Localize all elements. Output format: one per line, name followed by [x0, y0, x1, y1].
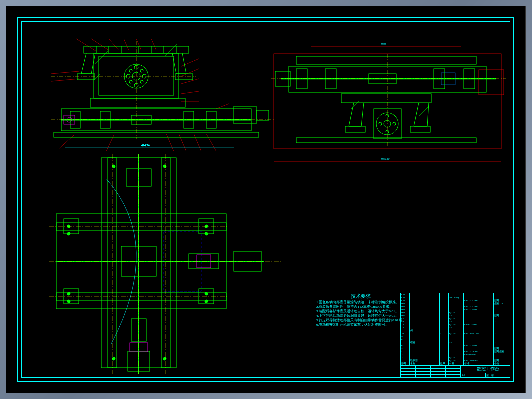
note-line: 2.总装后各部附件，应符合YJZ标准CB5000要求。: [316, 305, 406, 310]
svg-line-46: [172, 90, 179, 96]
svg-rect-129: [64, 219, 79, 234]
svg-point-139: [68, 300, 70, 303]
view-side-elevation: 960 965.20: [272, 29, 506, 169]
svg-point-38: [130, 80, 132, 84]
svg-point-138: [68, 292, 70, 296]
svg-rect-59: [54, 132, 259, 138]
note-line: 4.上下导轨活动部必须润滑良好，运转均匀大于0.01。: [316, 314, 406, 318]
svg-line-61: [66, 132, 72, 138]
svg-rect-50: [90, 98, 186, 108]
svg-line-79: [246, 132, 252, 138]
svg-line-63: [86, 132, 92, 138]
svg-line-9: [182, 92, 199, 94]
svg-line-74: [196, 132, 202, 138]
drawing-canvas[interactable]: 474.74 960 965.20: [22, 22, 510, 378]
svg-rect-102: [342, 94, 432, 103]
svg-text:965.20: 965.20: [382, 158, 390, 160]
title-block-main: …数控工作台 1:2 第 1 张: [401, 366, 510, 378]
svg-point-137: [205, 232, 208, 236]
svg-line-77: [226, 132, 232, 138]
svg-line-65: [106, 132, 112, 138]
view-front-elevation: 474.74: [36, 26, 276, 162]
svg-rect-95: [296, 56, 476, 64]
drawing-scale: 1:2: [462, 374, 486, 378]
title-block: C-1C-2ALCuMgC-3GB/T93-1987型号B-1规格110B-2G…: [400, 293, 510, 378]
drawing-sheet: 第 1 张: [486, 374, 510, 378]
svg-rect-48: [78, 74, 95, 80]
svg-line-11: [52, 72, 79, 74]
svg-point-144: [112, 358, 116, 360]
svg-point-109: [379, 122, 382, 126]
svg-line-42: [96, 52, 116, 72]
svg-line-44: [172, 52, 178, 56]
notes-title: 技术要求: [316, 293, 406, 300]
svg-text:960: 960: [382, 42, 386, 46]
svg-line-7: [182, 69, 199, 76]
note-line: 1.图色各动向部应尽量涂防锈油，未标注倒角按标准。: [316, 300, 406, 305]
svg-point-39: [140, 80, 144, 84]
svg-line-68: [136, 132, 142, 138]
svg-line-71: [166, 132, 172, 138]
svg-rect-49: [176, 74, 193, 80]
svg-line-118: [419, 102, 426, 109]
svg-point-140: [205, 292, 208, 296]
note-line: 5.行走双导轨活动部位只有制自由带动作需要运行0.01后。: [316, 318, 406, 323]
svg-point-110: [393, 122, 396, 126]
svg-rect-104: [410, 126, 430, 132]
svg-line-116: [352, 102, 359, 109]
svg-line-45: [165, 44, 178, 56]
svg-line-75: [206, 132, 212, 138]
technical-notes: 技术要求 1.图色各动向部应尽量涂防锈油，未标注倒角按标准。 2.总装后各部附件…: [316, 293, 406, 328]
svg-line-19: [216, 104, 229, 109]
svg-line-16: [206, 134, 216, 152]
svg-point-136: [205, 225, 208, 228]
svg-line-70: [156, 132, 162, 138]
svg-line-3: [124, 39, 129, 50]
svg-point-36: [130, 70, 132, 72]
svg-line-14: [179, 134, 186, 152]
svg-rect-90: [479, 70, 504, 95]
svg-rect-111: [374, 109, 402, 139]
note-line: 3.装配后各部件应灵活转动自如，运转均匀大于0.01。: [316, 310, 406, 314]
svg-point-135: [68, 232, 70, 236]
svg-line-73: [186, 132, 192, 138]
svg-rect-81: [256, 110, 269, 120]
svg-line-60: [56, 132, 62, 138]
svg-rect-131: [64, 289, 79, 304]
svg-point-142: [112, 165, 116, 168]
svg-point-141: [205, 300, 208, 303]
svg-line-1: [92, 39, 109, 50]
svg-line-67: [126, 132, 132, 138]
svg-point-134: [68, 225, 70, 228]
svg-line-15: [194, 134, 202, 152]
svg-line-12: [52, 79, 79, 82]
svg-line-66: [116, 132, 122, 138]
svg-line-69: [146, 132, 152, 138]
svg-rect-103: [346, 126, 366, 132]
drawing-title: …数控工作台: [462, 366, 510, 374]
svg-line-5: [152, 39, 156, 50]
svg-point-37: [140, 70, 144, 72]
bom-table: C-1C-2ALCuMgC-3GB/T93-1987型号B-1规格110B-2G…: [401, 294, 510, 362]
svg-line-13: [166, 134, 174, 152]
svg-line-119: [419, 106, 429, 116]
cad-viewer[interactable]: 474.74 960 965.20: [6, 6, 526, 394]
svg-line-62: [76, 132, 82, 138]
svg-line-0: [76, 39, 96, 52]
svg-line-78: [236, 132, 242, 138]
note-line: 6.电动机安装时开机调节试车，达到对准即可。: [316, 323, 406, 328]
svg-text:474.74: 474.74: [142, 144, 150, 147]
svg-line-2: [109, 39, 119, 50]
svg-line-76: [216, 132, 222, 138]
svg-line-64: [96, 132, 102, 138]
svg-line-17: [106, 136, 114, 152]
view-plan: [49, 154, 284, 374]
svg-line-72: [176, 132, 182, 138]
